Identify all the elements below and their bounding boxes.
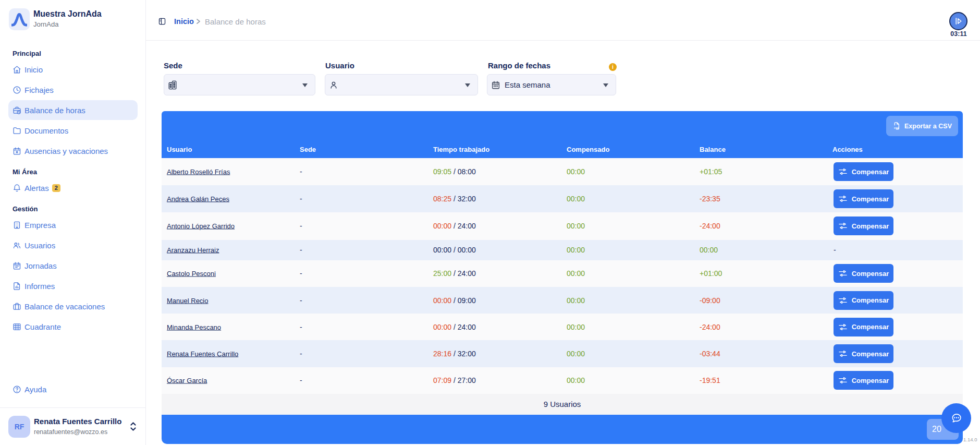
svg-text:csv: csv bbox=[894, 127, 899, 130]
